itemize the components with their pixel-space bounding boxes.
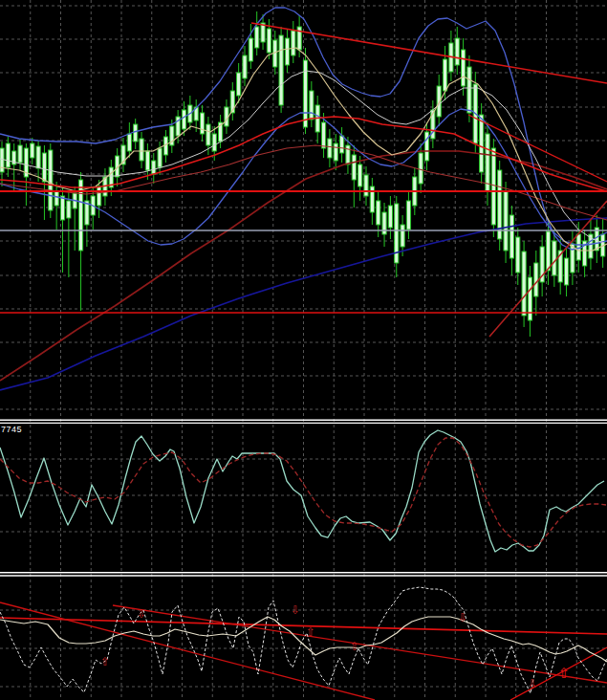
candle-body — [401, 225, 404, 247]
candle-body — [243, 55, 247, 78]
price-chart-canvas[interactable]: ⇩⇧⇩⇧⇧⇩⇩⇧ — [0, 0, 607, 700]
candle-body — [6, 143, 10, 167]
candle-body — [49, 150, 53, 210]
candle-body — [285, 38, 289, 65]
signal-arrow-down-icon: ⇩ — [291, 603, 300, 617]
candle-body — [467, 67, 471, 113]
candle-body — [509, 215, 513, 258]
candle-body — [140, 139, 143, 161]
candle-body — [462, 50, 466, 86]
candle-body — [152, 161, 156, 174]
candle-body — [200, 113, 204, 134]
candle-body — [31, 143, 34, 158]
candle-body — [145, 151, 149, 170]
candle-body — [36, 146, 40, 168]
candle-body — [455, 38, 459, 65]
candle-body — [321, 122, 325, 148]
candle-body — [0, 148, 4, 172]
candle-body — [303, 60, 307, 127]
candle-body — [504, 191, 508, 251]
candle-body — [249, 38, 252, 61]
signal-arrow-down-icon: ⇩ — [137, 607, 146, 621]
signal-arrow-down-icon: ⇩ — [458, 611, 467, 624]
candle-body — [182, 110, 185, 129]
candle-body — [67, 201, 71, 218]
candle-body — [334, 143, 337, 161]
candle-body — [237, 73, 241, 96]
candle-body — [340, 136, 344, 153]
candle-body — [516, 237, 520, 273]
candle-body — [388, 206, 392, 228]
candle-body — [328, 139, 332, 158]
signal-arrow-down-icon: ⇩ — [528, 677, 537, 690]
candle-body — [424, 132, 428, 161]
candle-body — [255, 27, 259, 48]
candle-body — [522, 252, 526, 316]
candle-body — [98, 186, 101, 206]
candle-body — [480, 115, 484, 172]
signal-arrow-up-icon: ⇧ — [306, 625, 315, 639]
candle-body — [127, 134, 131, 151]
candle-body — [158, 148, 162, 167]
candle-body — [564, 258, 568, 285]
candle-body — [364, 175, 368, 196]
candle-body — [486, 134, 489, 191]
candle-body — [54, 191, 58, 206]
candle-body — [18, 145, 22, 163]
candle-body — [377, 201, 380, 225]
candle-body — [491, 148, 495, 225]
candle-body — [267, 29, 271, 53]
candle-body — [134, 124, 138, 142]
candle-body — [292, 31, 295, 55]
candle-body — [60, 196, 64, 220]
oscillator-value-label: 7745 — [1, 425, 22, 434]
candle-body — [358, 164, 362, 186]
candle-body — [553, 241, 556, 275]
candle-body — [310, 91, 314, 120]
signal-arrow-up-icon: ⇧ — [100, 655, 110, 668]
candle-body — [576, 234, 580, 260]
candle-body — [443, 59, 446, 91]
candle-body — [279, 35, 283, 105]
candle-body — [395, 204, 399, 263]
signal-arrow-up-icon: ⇧ — [350, 640, 359, 653]
signal-arrow-up-icon: ⇧ — [558, 665, 571, 682]
candle-body — [528, 277, 531, 320]
candle-body — [206, 124, 210, 145]
candle-body — [212, 134, 216, 151]
trading-chart-window: 7745 ⇩⇧⇩⇧⇧⇩⇩⇧ — [0, 0, 607, 700]
candle-body — [352, 155, 356, 180]
candle-body — [534, 263, 538, 296]
candle-body — [42, 153, 46, 182]
candle-body — [406, 201, 410, 230]
candle-body — [546, 231, 550, 271]
candle-body — [419, 153, 423, 184]
